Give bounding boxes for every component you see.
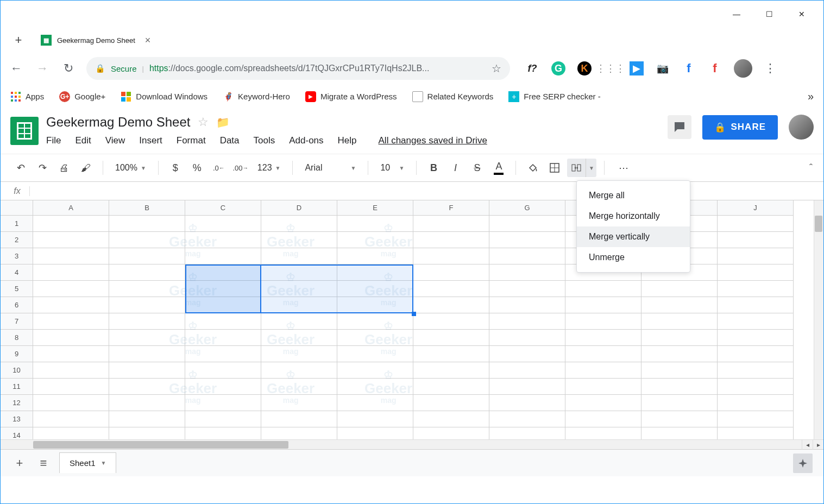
cell[interactable] [413,248,489,264]
save-status-link[interactable]: All changes saved in Drive [379,135,487,146]
cell[interactable] [718,232,794,248]
cell[interactable] [109,232,185,248]
column-header[interactable]: B [109,200,185,216]
cell[interactable] [109,264,185,281]
increase-decimal-button[interactable]: .00→ [231,159,250,177]
cell[interactable] [718,411,794,427]
cell[interactable] [185,264,261,281]
star-button[interactable]: ☆ [198,115,209,129]
column-header[interactable]: F [413,200,489,216]
cell[interactable] [718,216,794,232]
cell[interactable] [489,216,565,232]
text-color-button[interactable]: A [489,159,508,177]
merge-vertically-option[interactable]: Merge vertically [577,226,690,247]
menu-addons[interactable]: Add-ons [289,133,323,148]
cell[interactable] [565,395,641,411]
cell[interactable] [185,330,261,346]
row-header[interactable]: 11 [1,379,33,395]
number-format-select[interactable]: 123 ▼ [253,163,285,173]
cell[interactable] [565,411,641,427]
cell[interactable] [565,362,641,379]
row-header[interactable]: 9 [1,346,33,362]
cell[interactable] [261,330,337,346]
add-sheet-button[interactable]: + [11,456,28,470]
cell[interactable] [185,362,261,379]
cell[interactable] [565,346,641,362]
cell[interactable] [109,248,185,264]
cell[interactable] [413,313,489,330]
vertical-scrollbar[interactable] [814,200,823,439]
cell[interactable] [109,379,185,395]
zoom-select[interactable]: 100% ▼ [111,163,150,173]
scroll-right-button[interactable]: ▸ [813,440,823,450]
undo-button[interactable]: ↶ [11,159,30,177]
cell[interactable] [718,264,794,281]
cell[interactable] [718,248,794,264]
cell[interactable] [33,395,109,411]
cell[interactable] [337,395,413,411]
cell[interactable] [641,411,718,427]
cell[interactable] [337,281,413,297]
maximize-button[interactable]: ☐ [753,2,785,27]
cell[interactable] [641,297,718,313]
cell[interactable] [413,362,489,379]
row-header[interactable]: 13 [1,411,33,427]
menu-format[interactable]: Format [177,133,206,148]
column-header[interactable]: A [33,200,109,216]
cell[interactable] [641,379,718,395]
close-tab-button[interactable]: × [145,35,151,46]
forward-button[interactable]: → [34,61,51,75]
scroll-thumb[interactable] [815,216,822,232]
cell[interactable] [718,379,794,395]
row-header[interactable]: 8 [1,330,33,346]
merge-all-option[interactable]: Merge all [577,185,690,206]
explore-button[interactable] [793,453,813,473]
cell[interactable] [565,330,641,346]
cell[interactable] [261,379,337,395]
cell[interactable] [413,232,489,248]
cell[interactable] [489,248,565,264]
menu-tools[interactable]: Tools [254,133,275,148]
cell[interactable] [261,264,337,281]
cell[interactable] [33,248,109,264]
cell[interactable] [413,346,489,362]
select-all-corner[interactable] [1,200,33,216]
row-header[interactable]: 4 [1,264,33,281]
cell[interactable] [565,379,641,395]
cell[interactable] [109,427,185,439]
cell[interactable] [109,346,185,362]
fill-handle[interactable] [412,312,416,316]
menu-file[interactable]: File [46,133,61,148]
bookmark-apps[interactable]: Apps [10,91,44,102]
row-header[interactable]: 12 [1,395,33,411]
bookmark-migrate-wordpress[interactable]: ▶ Migrate a WordPress [305,91,397,102]
cell[interactable] [718,281,794,297]
collapse-toolbar-button[interactable]: ˆ [809,162,813,174]
cell[interactable] [641,313,718,330]
bookmark-related-keywords[interactable]: Related Keywords [412,91,494,102]
cell[interactable] [337,297,413,313]
cell[interactable] [261,395,337,411]
cell[interactable] [565,281,641,297]
cell[interactable] [489,362,565,379]
cell[interactable] [33,346,109,362]
redo-button[interactable]: ↷ [33,159,52,177]
extension-icon-blue[interactable]: ▶ [630,61,644,75]
column-header[interactable]: J [718,200,794,216]
profile-avatar[interactable] [734,59,752,78]
horizontal-scrollbar[interactable]: ◂ ▸ [1,439,823,449]
cell[interactable] [413,297,489,313]
reload-button[interactable]: ↻ [60,61,77,75]
cell[interactable] [185,216,261,232]
cell[interactable] [185,281,261,297]
cell[interactable] [337,313,413,330]
cell[interactable] [337,264,413,281]
cell[interactable] [413,411,489,427]
cell[interactable] [109,411,185,427]
browser-tab[interactable]: ▦ Geekermag Demo Sheet × [33,30,158,51]
cell[interactable] [33,379,109,395]
cell[interactable] [185,232,261,248]
extension-icon-grid[interactable]: ⋮⋮⋮ [603,61,618,75]
cell[interactable] [33,362,109,379]
cell[interactable] [337,362,413,379]
